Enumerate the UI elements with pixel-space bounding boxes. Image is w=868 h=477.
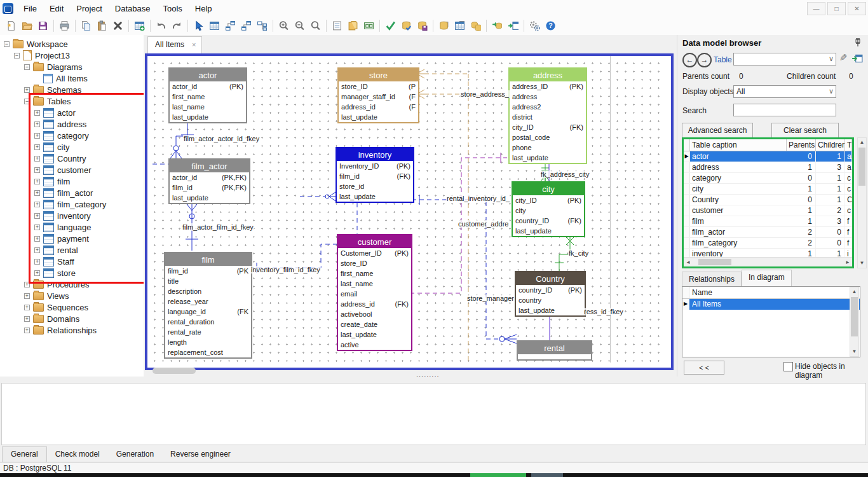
expander-icon[interactable]: +: [34, 133, 40, 139]
tree-item-all-items[interactable]: All Items: [0, 73, 144, 84]
bottom-tab-check-model[interactable]: Check model: [47, 447, 108, 462]
diagram-table-film_actor[interactable]: film_actoractor_id(PK,FK)film_id(PK,FK)l…: [168, 158, 250, 204]
table-row-category[interactable]: category01c: [684, 173, 852, 184]
tree-item-country[interactable]: +Country: [0, 153, 144, 164]
tree-item-category[interactable]: +category: [0, 130, 144, 141]
redo-button[interactable]: [169, 18, 185, 34]
diagram-table-film[interactable]: filmfilm_id(PKtitledescriptionrelease_ye…: [164, 252, 252, 359]
grid-hscrollbar[interactable]: ◄►: [684, 257, 852, 266]
zoom-find-button[interactable]: [308, 18, 323, 34]
delete-button[interactable]: [110, 18, 126, 34]
tree-item-store[interactable]: +store: [0, 267, 144, 279]
card-view-button[interactable]: [361, 18, 377, 34]
expander-icon[interactable]: −: [4, 41, 10, 47]
expander-icon[interactable]: +: [34, 270, 40, 276]
scroll-down-arrow[interactable]: ▼: [850, 347, 858, 356]
open-folder-button[interactable]: [19, 18, 35, 34]
bottom-tab-reverse-engineer[interactable]: Reverse engineer: [162, 447, 239, 462]
add-table-button[interactable]: [132, 18, 147, 34]
undo-button[interactable]: [153, 18, 169, 34]
canvas-hscrollbar-thumb[interactable]: [153, 368, 196, 374]
table-row-actor[interactable]: ▶actor01a: [684, 151, 852, 162]
diagram-canvas[interactable]: actoractor_id(PK)first_namelast_namelast…: [147, 56, 666, 363]
copy-table-button[interactable]: [452, 18, 468, 34]
expander-icon[interactable]: +: [24, 316, 30, 322]
diagram-table-rental[interactable]: rental: [517, 340, 592, 361]
expander-icon[interactable]: +: [34, 121, 40, 127]
import-table-button[interactable]: [505, 18, 521, 34]
menu-file[interactable]: File: [17, 1, 43, 16]
expander-icon[interactable]: +: [34, 156, 40, 162]
expander-icon[interactable]: +: [34, 236, 40, 242]
reference-one-button[interactable]: [222, 18, 238, 34]
table-row-city[interactable]: city11c: [684, 184, 852, 195]
import-database-button[interactable]: [489, 18, 505, 34]
list-vscrollbar-thumb[interactable]: [851, 297, 858, 336]
display-objects-combobox[interactable]: All ∨: [733, 85, 836, 98]
menu-tools[interactable]: Tools: [156, 1, 188, 16]
grid-column-header-table-caption[interactable]: Table caption: [690, 139, 787, 151]
database-check-button[interactable]: [398, 18, 414, 34]
table-row-film[interactable]: film13f: [684, 216, 852, 227]
bottom-tab-generation[interactable]: Generation: [108, 447, 162, 462]
diagram-table-address[interactable]: addressaddress_ID(PK)addressaddress2dist…: [508, 67, 587, 164]
expander-icon[interactable]: +: [34, 190, 40, 196]
tree-item-language[interactable]: +language: [0, 221, 144, 233]
diagram-table-city[interactable]: citycity_ID(PK)citycountry_ID(FK)last_up…: [512, 181, 585, 237]
search-input[interactable]: [733, 104, 836, 116]
expander-icon[interactable]: +: [34, 213, 40, 219]
check-model-button[interactable]: [383, 18, 398, 34]
diagram-table-inventory[interactable]: inventoryInventory_ID(PK)film_id(FK)stor…: [336, 147, 414, 203]
paste-button[interactable]: [94, 18, 110, 34]
grid-vscrollbar-thumb[interactable]: [858, 148, 865, 186]
diagram-table-customer[interactable]: customerCustomer_ID(PK)store_IDfirst_nam…: [337, 234, 412, 351]
advanced-search-button[interactable]: Advanced search: [682, 123, 753, 138]
expander-icon[interactable]: +: [24, 282, 30, 287]
zoom-in-button[interactable]: [276, 18, 292, 34]
list-column-name[interactable]: Name: [689, 287, 715, 298]
tab-relationships[interactable]: Relationships: [682, 272, 742, 286]
scroll-up-arrow[interactable]: ▲: [858, 138, 866, 147]
tree-item-payment[interactable]: +payment: [0, 233, 144, 244]
pin-icon[interactable]: [853, 38, 862, 48]
tree-item-domains[interactable]: +Domains: [0, 313, 144, 324]
table-row-film_category[interactable]: film_category20f: [684, 238, 852, 249]
tree-item-views[interactable]: +Views: [0, 290, 144, 301]
table-button[interactable]: [207, 18, 222, 34]
tree-item-city[interactable]: +city: [0, 141, 144, 153]
expander-icon[interactable]: +: [34, 202, 40, 207]
reference-two-button[interactable]: [238, 18, 254, 34]
diagram-table-store[interactable]: storestore_ID(Pmanager_staff_id(Faddress…: [337, 67, 419, 123]
add-to-diagram-icon[interactable]: [851, 53, 863, 64]
tree-item-customer[interactable]: +customer: [0, 164, 144, 176]
tree-item-film[interactable]: +film: [0, 176, 144, 187]
copy-database-button[interactable]: [436, 18, 452, 34]
tree-item-rental[interactable]: +rental: [0, 244, 144, 256]
document-view-button[interactable]: [329, 18, 345, 34]
expander-icon[interactable]: +: [24, 328, 30, 333]
expander-icon[interactable]: +: [34, 110, 40, 116]
tab-close-icon[interactable]: ×: [192, 41, 196, 48]
expander-icon[interactable]: +: [24, 305, 30, 310]
tree-item-staff[interactable]: +Staff: [0, 256, 144, 267]
expander-icon[interactable]: −: [24, 64, 30, 70]
scroll-right-arrow[interactable]: ►: [845, 259, 850, 265]
table-row-address[interactable]: address13a: [684, 162, 852, 173]
settings-button[interactable]: [527, 18, 543, 34]
menu-help[interactable]: Help: [189, 1, 219, 16]
tree-item-procedures[interactable]: +Procedures: [0, 279, 144, 290]
grid-column-header-t[interactable]: T: [845, 139, 852, 151]
tree-item-film_category[interactable]: +film_category: [0, 198, 144, 210]
grid-hscrollbar-thumb[interactable]: [698, 259, 731, 265]
tree-item-project13[interactable]: −Project13: [0, 50, 144, 61]
menu-edit[interactable]: Edit: [43, 1, 70, 16]
grid-vscrollbar[interactable]: ▲ ▼: [857, 137, 867, 268]
menu-project[interactable]: Project: [70, 1, 108, 16]
list-item-all-items[interactable]: ▶All Items: [682, 299, 860, 310]
tree-item-tables[interactable]: −Tables: [0, 95, 144, 107]
tree-item-diagrams[interactable]: −Diagrams: [0, 61, 144, 73]
save-button[interactable]: [35, 18, 51, 34]
expander-icon[interactable]: +: [24, 87, 30, 93]
expander-icon[interactable]: +: [34, 144, 40, 150]
tree-item-address[interactable]: +address: [0, 118, 144, 130]
